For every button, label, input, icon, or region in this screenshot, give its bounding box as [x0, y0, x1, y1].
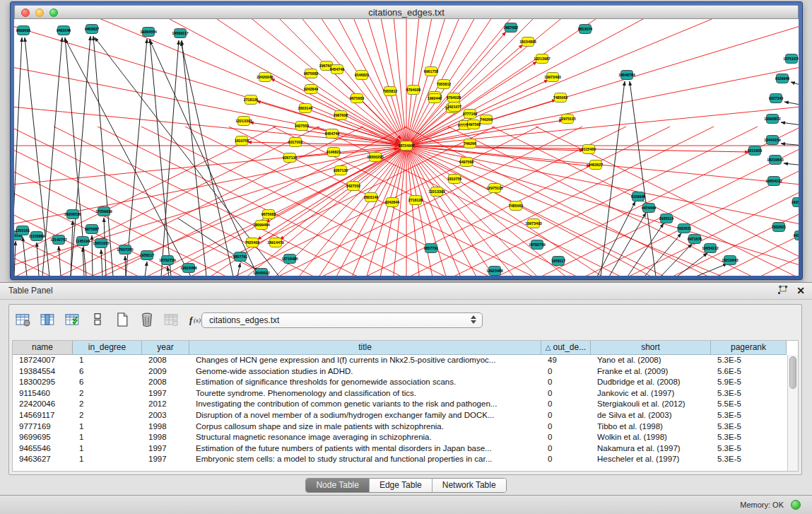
graph-node[interactable]: 12444159	[764, 136, 781, 145]
float-panel-icon[interactable]	[777, 286, 788, 296]
memory-status-indicator[interactable]	[791, 500, 801, 510]
graph-node[interactable]: 2935114	[659, 214, 673, 223]
graph-node[interactable]: 7932621	[772, 223, 787, 232]
table-row[interactable]: 1830029562008Estimation of significance …	[13, 377, 798, 388]
graph-node[interactable]: 7485063	[509, 201, 524, 211]
table-row[interactable]: 946362711997Embryonic stem cells: a mode…	[13, 454, 798, 465]
graph-node[interactable]: 8471676	[688, 235, 702, 244]
graph-node[interactable]: 6497568	[459, 158, 474, 167]
graph-node[interactable]: 9115460	[582, 145, 596, 154]
graph-node[interactable]: 1990448	[428, 94, 442, 103]
graph-node[interactable]: 1958117	[140, 251, 154, 260]
graph-node[interactable]: 1621077	[447, 103, 462, 112]
graph-node[interactable]: 746266	[464, 139, 476, 148]
column-chooser-icon[interactable]	[89, 311, 106, 328]
table-row[interactable]: 977716911998Corpus callosum shape and si…	[13, 421, 798, 433]
graph-node[interactable]: 18300295	[367, 153, 384, 162]
graph-node[interactable]: 8454749	[325, 129, 340, 139]
graph-node[interactable]: 15751074	[783, 54, 799, 64]
graph-node[interactable]: 9463627	[85, 25, 100, 34]
column-header-short[interactable]: short	[591, 341, 711, 355]
import-table-icon[interactable]	[64, 311, 81, 328]
graph-node[interactable]: 1145194	[76, 237, 90, 246]
graph-node[interactable]: 9129946	[631, 192, 646, 201]
graph-node[interactable]: 1350161	[16, 226, 30, 235]
column-view-icon[interactable]	[40, 311, 57, 328]
graph-node[interactable]: 9317003	[288, 138, 303, 147]
graph-node[interactable]: 9267130	[283, 153, 298, 163]
delete-table-icon[interactable]	[139, 311, 155, 328]
graph-node[interactable]: 10654112	[765, 177, 782, 186]
merge-table-icon[interactable]	[163, 311, 180, 328]
graph-node[interactable]: 16782759	[529, 240, 546, 250]
graph-node[interactable]: 12213393	[235, 117, 252, 126]
graph-node[interactable]: 19384554	[140, 28, 157, 37]
graph-node[interactable]: 9975887	[85, 225, 100, 234]
graph-node[interactable]: 16154808	[519, 37, 536, 47]
graph-node[interactable]: 9129946	[775, 74, 790, 83]
graph-node[interactable]: 3427552	[346, 182, 361, 191]
graph-node[interactable]: 17957255	[117, 245, 134, 255]
graph-node[interactable]: 8813074	[578, 25, 593, 34]
graph-node[interactable]: 12975115	[486, 184, 502, 193]
table-settings-icon[interactable]	[15, 311, 32, 328]
column-header-name[interactable]: name	[13, 341, 73, 355]
graph-node[interactable]: 22420046	[257, 73, 273, 82]
graph-node[interactable]: 3427552	[295, 122, 310, 131]
tab-edge-table[interactable]: Edge Table	[370, 479, 433, 492]
graph-node[interactable]: 12213393	[428, 187, 445, 197]
graph-node[interactable]: 9146821	[355, 71, 370, 80]
graph-node[interactable]: 6497568	[466, 120, 481, 129]
graph-node[interactable]: 11156889	[29, 232, 45, 241]
table-scrollbar[interactable]	[787, 355, 798, 471]
graph-node[interactable]: 6961758	[424, 67, 439, 76]
table-row[interactable]: 1456911722003Disruption of a novel membe…	[13, 410, 798, 421]
graph-node[interactable]: 2718126	[244, 95, 259, 105]
scrollbar-thumb[interactable]	[789, 356, 796, 389]
graph-node[interactable]: 2803144	[364, 193, 379, 202]
graph-node[interactable]: 18724007	[398, 141, 415, 151]
graph-node[interactable]: 2687682	[504, 23, 519, 33]
tab-node-table[interactable]: Node Table	[306, 479, 370, 492]
graph-node[interactable]: 2718126	[408, 196, 423, 205]
graph-node[interactable]: 16648784	[618, 71, 635, 80]
column-header-pagerank[interactable]: pagerank	[711, 341, 787, 355]
citation-graph[interactable]: 1830029596756832967608845474991468219267…	[14, 19, 799, 276]
graph-node[interactable]: 12142757	[50, 235, 67, 245]
column-header-title[interactable]: title	[189, 341, 541, 355]
table-select-dropdown[interactable]: citations_edges.txt	[201, 313, 483, 328]
graph-node[interactable]: 15051915	[93, 239, 110, 248]
graph-node[interactable]: 9227343	[769, 94, 784, 103]
graph-node[interactable]: 10654112	[702, 244, 718, 253]
table-row[interactable]: 911546021997Tourette syndrome. Phenomeno…	[13, 388, 798, 399]
graph-node[interactable]: 12213987	[534, 54, 551, 64]
graph-node[interactable]: 12923468	[180, 264, 197, 273]
table-row[interactable]: 1872400712008Changes of HCN gene express…	[13, 355, 798, 366]
window-titlebar[interactable]: citations_edges.txt	[14, 5, 799, 19]
graph-node[interactable]: 9857791	[233, 252, 248, 262]
graph-node[interactable]: 17359939	[95, 207, 112, 216]
graph-node[interactable]: 9675683	[261, 210, 276, 219]
graph-node[interactable]: 2967608	[334, 111, 348, 120]
graph-node[interactable]: 9267130	[334, 166, 348, 175]
tab-network-table[interactable]: Network Table	[433, 479, 506, 492]
table-row[interactable]: 2242004622012Investigating the contribut…	[13, 399, 798, 410]
graph-node[interactable]: 6794028	[447, 93, 461, 103]
network-window[interactable]: citations_edges.txt 18300295967568329676…	[10, 1, 803, 280]
graph-node[interactable]: 8215953	[748, 146, 763, 156]
new-table-icon[interactable]	[114, 311, 131, 328]
column-header-out_de[interactable]: △out_de...	[541, 341, 591, 355]
graph-node[interactable]: 9463627	[589, 160, 604, 170]
graph-node[interactable]: 9699695	[16, 26, 31, 35]
graph-node[interactable]: 9675683	[350, 94, 365, 103]
graph-node[interactable]: 9242844	[385, 198, 400, 207]
graph-node[interactable]: 746266	[480, 115, 493, 124]
graph-node[interactable]: 9146821	[326, 148, 341, 157]
graph-node[interactable]: 12093872	[764, 115, 781, 124]
close-panel-icon[interactable]: ✕	[796, 285, 805, 296]
column-header-in_degree[interactable]: in_degree	[73, 341, 142, 355]
graph-node[interactable]: 1810755	[235, 136, 249, 146]
graph-node[interactable]: 14569117	[172, 29, 188, 38]
table-row[interactable]: 1938455462009Genome-wide association stu…	[13, 366, 798, 378]
graph-node[interactable]: 10973493	[525, 219, 542, 228]
